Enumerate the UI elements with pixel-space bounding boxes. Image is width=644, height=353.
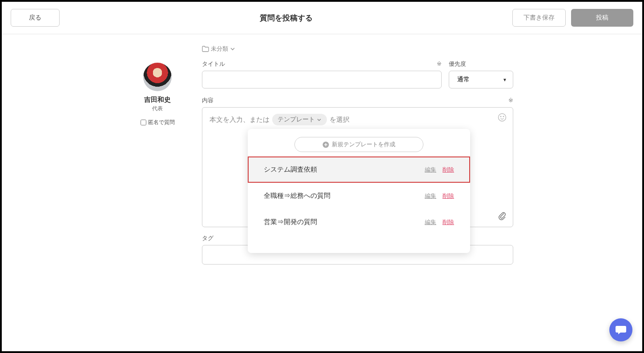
template-edit-link[interactable]: 編集 [425, 218, 436, 226]
content-placeholder-pre: 本文を入力、または [209, 116, 270, 124]
header-actions: 下書き保存 投稿 [512, 9, 633, 27]
form-column: 未分類 タイトル ※ 優先度 ▼ 内容 [202, 45, 513, 265]
content-label: 内容 [202, 96, 213, 104]
priority-select-wrap[interactable]: ▼ [449, 71, 513, 88]
template-item[interactable]: 全職種⇒総務への質問 編集 削除 [248, 183, 470, 209]
user-role: 代表 [152, 105, 163, 112]
content-required-mark: ※ [508, 97, 513, 104]
content-placeholder-post: を選択 [330, 116, 350, 124]
template-item-name: 全職種⇒総務への質問 [264, 192, 330, 200]
priority-label: 優先度 [449, 60, 466, 68]
template-item[interactable]: 営業⇒開発の質問 編集 削除 [248, 209, 470, 235]
plus-circle-icon [322, 141, 329, 148]
template-chip-label: テンプレート [278, 116, 315, 124]
user-name: 吉田和史 [144, 96, 171, 104]
avatar [143, 63, 172, 91]
template-dropdown: 新規テンプレートを作成 システム調査依頼 編集 削除 全職種⇒総務への質問 編集… [248, 129, 470, 253]
category-label: 未分類 [211, 45, 228, 53]
category-selector[interactable]: 未分類 [202, 45, 513, 53]
title-input[interactable] [202, 71, 442, 88]
template-delete-link[interactable]: 削除 [443, 192, 454, 200]
template-item-actions: 編集 削除 [425, 166, 454, 174]
title-label: タイトル [202, 60, 225, 68]
svg-point-1 [500, 116, 501, 117]
anonymous-label: 匿名で質問 [148, 119, 175, 126]
back-button[interactable]: 戻る [11, 9, 60, 27]
header: 戻る 質問を投稿する 下書き保存 投稿 [2, 2, 642, 34]
template-delete-link[interactable]: 削除 [443, 166, 454, 174]
user-column: 吉田和史 代表 匿名で質問 [131, 63, 184, 265]
priority-group: 優先度 ▼ [449, 60, 513, 88]
anonymous-checkbox[interactable] [141, 120, 146, 125]
svg-point-0 [499, 114, 506, 121]
content-placeholder: 本文を入力、または テンプレート を選択 [209, 114, 506, 125]
template-item-actions: 編集 削除 [425, 192, 454, 200]
anonymous-checkbox-row[interactable]: 匿名で質問 [141, 119, 175, 126]
smiley-icon[interactable] [498, 113, 507, 122]
template-item-actions: 編集 削除 [425, 218, 454, 226]
chevron-down-icon [230, 47, 235, 51]
new-template-button[interactable]: 新規テンプレートを作成 [294, 137, 423, 152]
chevron-down-icon [317, 118, 322, 121]
priority-select[interactable] [449, 71, 513, 88]
template-item[interactable]: システム調査依頼 編集 削除 [248, 156, 470, 183]
template-delete-link[interactable]: 削除 [443, 218, 454, 226]
chat-icon [615, 325, 627, 335]
content-textarea[interactable]: 本文を入力、または テンプレート を選択 新規テンプレートを作成 シ [202, 107, 513, 227]
template-item-name: システム調査依頼 [264, 165, 317, 174]
folder-icon [202, 46, 209, 52]
title-required-mark: ※ [437, 60, 442, 67]
save-draft-button[interactable]: 下書き保存 [512, 9, 566, 27]
template-edit-link[interactable]: 編集 [425, 192, 436, 200]
template-chip[interactable]: テンプレート [272, 114, 327, 125]
template-item-name: 営業⇒開発の質問 [264, 218, 317, 226]
chat-fab[interactable] [609, 318, 632, 341]
post-button[interactable]: 投稿 [571, 9, 633, 27]
template-edit-link[interactable]: 編集 [425, 166, 436, 174]
page-title: 質問を投稿する [60, 13, 512, 23]
paperclip-icon[interactable] [498, 211, 507, 221]
main: 吉田和史 代表 匿名で質問 未分類 タイトル ※ 優先度 [2, 34, 642, 275]
title-group: タイトル ※ [202, 60, 442, 88]
svg-point-2 [503, 116, 504, 117]
new-template-label: 新規テンプレートを作成 [332, 140, 395, 148]
